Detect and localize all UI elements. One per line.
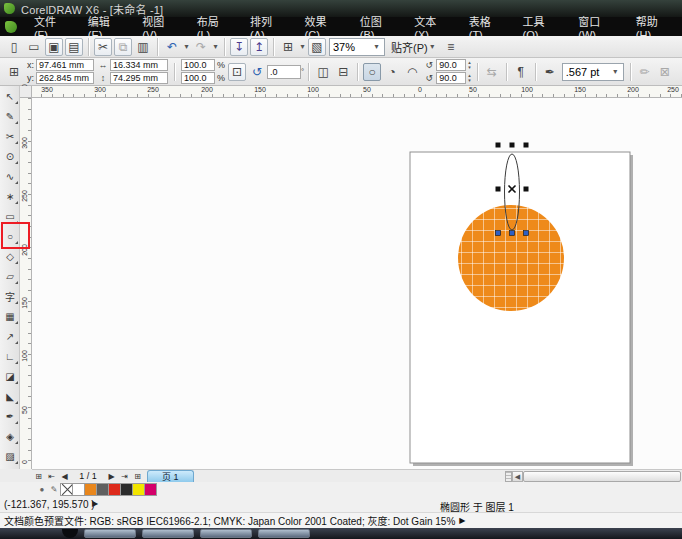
zoom-level-combo[interactable]: 37% ▾ [329, 38, 385, 56]
redo-icon[interactable]: ↷ [192, 38, 210, 56]
node-handle[interactable] [524, 231, 529, 236]
start-button[interactable] [62, 529, 78, 538]
palette-eyedropper-icon[interactable]: ✎ [48, 484, 60, 496]
print-icon[interactable]: ▤ [65, 38, 83, 56]
pick-tool[interactable]: ↖ [2, 88, 18, 104]
text-tool[interactable]: 字 [2, 288, 18, 304]
convert-to-curve-icon[interactable]: ✏ [636, 63, 654, 81]
ruler-origin-button[interactable] [20, 86, 32, 98]
scrollbar-splitter-handle[interactable] [505, 471, 512, 482]
mirror-vertical-icon[interactable]: ⊟ [334, 63, 352, 81]
outline-pen-tool[interactable]: ✒ [2, 408, 18, 424]
app-logo-icon [5, 21, 17, 33]
table-tool[interactable]: ▦ [2, 308, 18, 324]
previous-page-icon[interactable]: ◀ [58, 470, 71, 482]
color-swatch-magenta[interactable] [144, 483, 157, 496]
zoom-tool[interactable]: ⊙ [2, 148, 18, 164]
taskbar-button[interactable] [200, 529, 252, 538]
open-document-icon[interactable]: ▭ [25, 38, 43, 56]
ellipse-mode-button[interactable]: ○ [363, 63, 381, 81]
vertical-ruler[interactable]: 350 300 250 200 150 100 50 0 [20, 98, 32, 469]
add-page-start-icon[interactable]: ⊞ [32, 470, 45, 482]
fill-tool[interactable]: ◈ [2, 428, 18, 444]
freehand-tool[interactable]: ∿ [2, 168, 18, 184]
options-icon[interactable]: ≡ [442, 38, 460, 56]
drawing-canvas[interactable] [32, 98, 682, 469]
scroll-left-icon[interactable]: ◀ [512, 471, 523, 482]
ruler-label: 100 [21, 350, 28, 362]
end-angle-field[interactable]: 90.0 [436, 72, 466, 84]
undo-dropdown-icon[interactable]: ▾ [182, 42, 191, 51]
separator [273, 38, 274, 56]
launcher-dropdown-icon[interactable]: ▾ [298, 42, 307, 51]
taskbar-button[interactable] [142, 529, 194, 538]
first-page-icon[interactable]: ⇤ [45, 470, 58, 482]
zoom-level-value: 37% [333, 41, 355, 53]
polygon-tool[interactable]: ◇ [2, 248, 18, 264]
mirror-horizontal-icon[interactable]: ◫ [314, 63, 332, 81]
ruler-label: 250 [21, 190, 28, 202]
taskbar-button[interactable] [84, 529, 136, 538]
crop-tool[interactable]: ✂ [2, 128, 18, 144]
paste-icon[interactable]: ▥ [134, 38, 152, 56]
page-tab[interactable]: 页 1 [147, 470, 194, 482]
export-icon[interactable]: ↥ [250, 38, 268, 56]
ruler-label: 100 [307, 86, 319, 93]
welcome-screen-icon[interactable]: ▧ [308, 38, 326, 56]
profile-expand-icon[interactable]: ▶ [459, 516, 465, 525]
dimension-tool[interactable]: ↗ [2, 328, 18, 344]
x-position-field[interactable]: 97.461 mm [36, 59, 94, 71]
object-width-field[interactable]: 16.334 mm [110, 59, 168, 71]
shape-tool[interactable]: ✎ [2, 108, 18, 124]
selection-handle[interactable] [524, 143, 529, 148]
undo-icon[interactable]: ↶ [163, 38, 181, 56]
text-wrap-icon[interactable]: ¶ [512, 63, 530, 81]
color-profile-bar: 文档颜色预置文件: RGB: sRGB IEC61966-2.1; CMYK: … [0, 512, 682, 528]
blend-tool[interactable]: ◪ [2, 368, 18, 384]
scale-h-field[interactable]: 100.0 [181, 59, 215, 71]
cut-icon[interactable]: ✂ [94, 38, 112, 56]
rotation-angle-field[interactable]: .0 [267, 65, 301, 79]
selection-handle[interactable] [496, 143, 501, 148]
interactive-fill-tool[interactable]: ▨ [2, 448, 18, 464]
copy-icon[interactable]: ⧉ [114, 38, 132, 56]
last-page-icon[interactable]: ⇥ [118, 470, 131, 482]
outline-width-combo[interactable]: .567 pt ▾ [562, 63, 624, 81]
y-position-field[interactable]: 262.845 mm [36, 72, 94, 84]
smart-fill-tool[interactable]: ∗ [2, 188, 18, 204]
application-launcher-icon[interactable]: ⊞ [279, 38, 297, 56]
lock-ratio-icon[interactable]: ⊡ [228, 63, 246, 81]
redo-dropdown-icon[interactable]: ▾ [211, 42, 220, 51]
spinner-icon[interactable]: ▴▾ [468, 73, 471, 83]
node-handle[interactable] [496, 231, 501, 236]
degree-label: ° [301, 67, 304, 76]
close-curve-icon[interactable]: ⊠ [656, 63, 674, 81]
snap-to-button[interactable]: 贴齐(P) ▾ [387, 39, 441, 55]
selection-handle[interactable] [510, 143, 515, 148]
change-direction-icon[interactable]: ⇆ [483, 63, 501, 81]
taskbar-button[interactable] [258, 529, 310, 538]
arc-mode-button[interactable]: ◠ [403, 63, 421, 81]
scale-v-field[interactable]: 100.0 [181, 72, 215, 84]
separator [88, 38, 89, 56]
connector-tool[interactable]: ∟ [2, 348, 18, 364]
save-icon[interactable]: ▣ [45, 38, 63, 56]
eyedropper-tool[interactable]: ◣ [2, 388, 18, 404]
new-document-icon[interactable]: ▯ [5, 38, 23, 56]
pie-mode-button[interactable]: ◔ [383, 63, 401, 81]
basic-shapes-tool[interactable]: ▱ [2, 268, 18, 284]
start-angle-field[interactable]: 90.0 [436, 59, 466, 71]
selection-handle[interactable] [524, 187, 529, 192]
add-page-end-icon[interactable]: ⊞ [131, 470, 144, 482]
status-expand-icon[interactable]: ▶ [92, 499, 98, 508]
app-logo-icon [4, 3, 15, 14]
spinner-icon[interactable]: ▴▾ [468, 60, 471, 70]
selection-handle[interactable] [496, 187, 501, 192]
horizontal-ruler[interactable]: 350 300 250 200 150 100 50 0 50 100 150 … [20, 86, 682, 98]
scrollbar-thumb[interactable] [523, 471, 681, 482]
object-height-field[interactable]: 74.295 mm [110, 72, 168, 84]
next-page-icon[interactable]: ▶ [105, 470, 118, 482]
import-icon[interactable]: ↧ [230, 38, 248, 56]
node-handle[interactable] [510, 231, 515, 236]
palette-flyout-icon[interactable]: ● [36, 484, 48, 496]
